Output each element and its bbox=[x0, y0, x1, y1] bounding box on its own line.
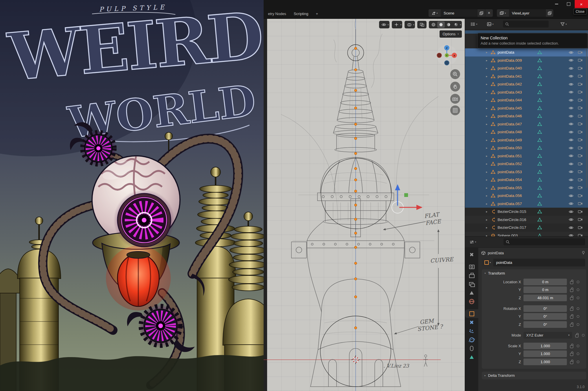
lock-toggle[interactable] bbox=[573, 333, 581, 337]
properties-tab[interactable] bbox=[465, 327, 478, 335]
gizmos-button[interactable] bbox=[393, 21, 400, 28]
viewport-canvas[interactable]: FLAT FACE CUIVRE GEM STONE ? . V.Liez 23 bbox=[264, 19, 465, 391]
hide-eye-icon[interactable] bbox=[569, 59, 574, 62]
hide-eye-icon[interactable] bbox=[569, 98, 574, 102]
outliner-row[interactable]: ▸ bbox=[465, 200, 588, 208]
geometry-nodes-icon[interactable] bbox=[537, 186, 542, 190]
expand-arrow-icon[interactable]: ▸ bbox=[486, 154, 491, 158]
object-name-field[interactable]: ▾ pointData bbox=[482, 259, 585, 266]
expand-arrow-icon[interactable]: ▸ bbox=[486, 138, 491, 142]
lock-toggle[interactable] bbox=[567, 352, 576, 356]
render-visibility-icon[interactable] bbox=[578, 170, 583, 173]
object-id-icon-button[interactable]: ▾ bbox=[482, 259, 493, 266]
hide-eye-icon[interactable] bbox=[569, 106, 574, 110]
render-visibility-icon[interactable] bbox=[578, 218, 583, 221]
expand-arrow-icon[interactable]: ▸ bbox=[486, 51, 491, 54]
shading-wireframe-button[interactable] bbox=[430, 21, 437, 28]
expand-arrow-icon[interactable]: ▸ bbox=[486, 146, 491, 149]
expand-arrow-icon[interactable]: ▸ bbox=[486, 202, 491, 205]
geometry-nodes-icon[interactable] bbox=[537, 98, 542, 102]
hide-eye-icon[interactable] bbox=[569, 130, 574, 134]
render-visibility-icon[interactable] bbox=[578, 114, 583, 118]
geometry-nodes-icon[interactable] bbox=[537, 178, 542, 182]
expand-arrow-icon[interactable]: ▸ bbox=[486, 123, 491, 126]
hide-eye-icon[interactable] bbox=[569, 122, 574, 126]
geometry-nodes-icon[interactable] bbox=[537, 218, 542, 222]
render-visibility-icon[interactable] bbox=[578, 154, 583, 158]
outliner-row[interactable]: ▸ bbox=[465, 216, 588, 224]
animate-toggle[interactable] bbox=[576, 352, 580, 355]
animate-toggle[interactable] bbox=[576, 361, 580, 363]
properties-tab[interactable] bbox=[465, 280, 478, 288]
transform-panel-header[interactable]: ▾ Transform bbox=[482, 269, 586, 277]
geometry-nodes-icon[interactable] bbox=[537, 202, 542, 206]
scene-name-field[interactable]: Scene bbox=[441, 9, 477, 17]
object-name-value[interactable]: pointData bbox=[493, 259, 585, 266]
outliner-row[interactable]: ▸ bbox=[465, 136, 588, 144]
render-visibility-icon[interactable] bbox=[578, 74, 583, 78]
geometry-nodes-icon[interactable] bbox=[537, 209, 542, 214]
geometry-nodes-icon[interactable] bbox=[537, 82, 542, 86]
geometry-nodes-icon[interactable] bbox=[537, 162, 542, 166]
render-visibility-icon[interactable] bbox=[578, 234, 583, 236]
overlays-button[interactable] bbox=[405, 21, 413, 28]
hide-eye-icon[interactable] bbox=[569, 218, 574, 221]
geometry-nodes-icon[interactable] bbox=[537, 193, 542, 198]
lock-toggle[interactable] bbox=[567, 344, 576, 348]
new-scene-button[interactable] bbox=[477, 9, 485, 17]
field-value[interactable]: 1.000 ▾ bbox=[523, 350, 567, 357]
expand-arrow-icon[interactable]: ▸ bbox=[486, 130, 491, 134]
outliner-row[interactable]: ▸ bbox=[465, 176, 588, 184]
outliner-scrollbar[interactable] bbox=[586, 32, 587, 188]
render-visibility-icon[interactable] bbox=[578, 202, 583, 205]
animate-toggle[interactable] bbox=[581, 334, 585, 337]
properties-tab[interactable] bbox=[465, 250, 478, 259]
lock-toggle[interactable] bbox=[567, 280, 576, 284]
lock-toggle[interactable] bbox=[567, 306, 576, 311]
new-viewlayer-button[interactable] bbox=[545, 9, 553, 17]
lock-toggle[interactable] bbox=[567, 314, 576, 319]
render-visibility-icon[interactable] bbox=[578, 130, 583, 134]
properties-tab[interactable] bbox=[465, 353, 478, 361]
hide-eye-icon[interactable] bbox=[569, 186, 574, 189]
outliner-row[interactable]: ▸ bbox=[465, 224, 588, 232]
render-visibility-icon[interactable] bbox=[578, 106, 583, 110]
outliner-row[interactable]: ▸ bbox=[465, 232, 588, 237]
properties-tab[interactable] bbox=[465, 297, 478, 306]
outliner-row[interactable]: ▸ bbox=[465, 104, 588, 112]
expand-arrow-icon[interactable]: ▸ bbox=[486, 83, 491, 86]
navigation-gizmo[interactable]: Z X Y bbox=[436, 44, 458, 66]
gizmo-plane-handle[interactable] bbox=[404, 193, 408, 197]
hide-eye-icon[interactable] bbox=[569, 226, 574, 229]
hide-eye-icon[interactable] bbox=[569, 178, 574, 182]
expand-arrow-icon[interactable]: ▸ bbox=[486, 194, 491, 197]
workspace-tab[interactable]: + bbox=[312, 10, 322, 18]
outliner-row[interactable]: ▸ bbox=[465, 88, 588, 96]
workspace-tab[interactable]: etry Nodes bbox=[264, 10, 290, 18]
render-visibility-icon[interactable] bbox=[578, 210, 583, 213]
render-visibility-icon[interactable] bbox=[578, 51, 583, 54]
hide-eye-icon[interactable] bbox=[569, 202, 574, 205]
hide-eye-icon[interactable] bbox=[569, 234, 574, 236]
breadcrumb-object[interactable]: pointData bbox=[488, 251, 504, 255]
shading-rendered-button[interactable] bbox=[452, 21, 460, 28]
properties-tab[interactable] bbox=[465, 309, 478, 318]
render-visibility-icon[interactable] bbox=[578, 90, 583, 94]
hide-eye-icon[interactable] bbox=[569, 51, 574, 54]
properties-tab[interactable] bbox=[465, 344, 478, 353]
outliner-row[interactable]: ▸ bbox=[465, 72, 588, 81]
expand-arrow-icon[interactable]: ▸ bbox=[486, 114, 491, 118]
render-visibility-icon[interactable] bbox=[578, 122, 583, 126]
properties-editor-type-button[interactable]: ▾ bbox=[468, 238, 477, 245]
hide-eye-icon[interactable] bbox=[569, 146, 574, 150]
geometry-nodes-icon[interactable] bbox=[537, 146, 542, 150]
lock-toggle[interactable] bbox=[567, 296, 576, 300]
hide-eye-icon[interactable] bbox=[569, 210, 574, 213]
unlink-scene-button[interactable]: × bbox=[485, 9, 493, 17]
field-value[interactable]: XYZ Euler ▾ bbox=[523, 332, 572, 339]
outliner-row[interactable]: ▸ bbox=[465, 48, 588, 56]
outliner-row[interactable]: ▸ bbox=[465, 184, 588, 192]
outliner-row[interactable]: ▸ bbox=[465, 208, 588, 216]
hide-eye-icon[interactable] bbox=[569, 83, 574, 86]
render-visibility-icon[interactable] bbox=[578, 98, 583, 102]
